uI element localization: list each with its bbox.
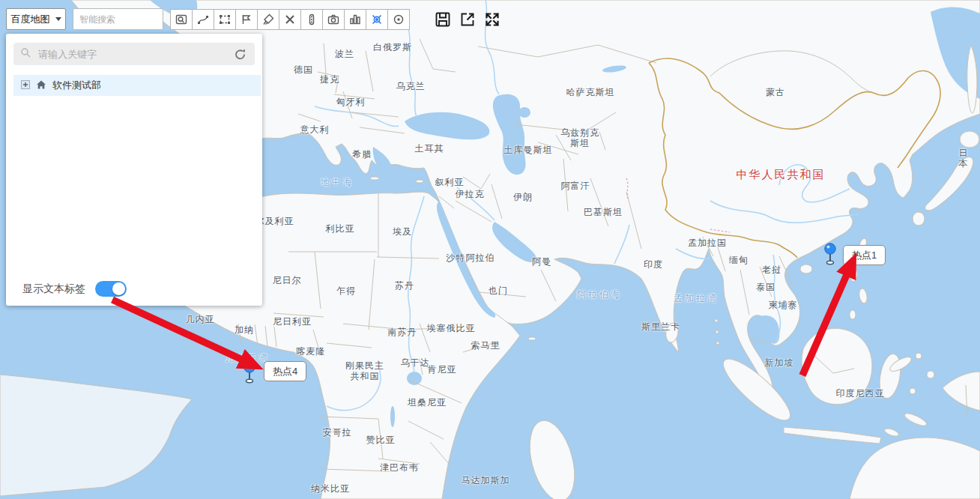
map-application: 德国波兰白俄罗斯捷克乌克兰匈牙利意大利希腊土耳其哈萨克斯坦蒙古乌兹别克 斯坦土库… (0, 0, 980, 499)
pin-label[interactable]: 热点1 (843, 245, 886, 265)
save-button[interactable] (433, 10, 453, 29)
new-guinea (943, 372, 980, 411)
bar-chart-button[interactable] (344, 9, 366, 30)
tree-item-label: 软件测试部 (52, 79, 101, 92)
layer-panel: 软件测试部 显示文本标签 (6, 34, 262, 306)
map-tool-group (171, 9, 410, 30)
text-label-toggle-row: 显示文本标签 (22, 281, 127, 297)
refresh-icon[interactable] (232, 46, 248, 62)
map-pin[interactable] (821, 242, 839, 269)
map-pin[interactable] (241, 360, 258, 387)
philippine-island (850, 310, 856, 319)
timor-island (903, 411, 928, 429)
lake-victoria (407, 372, 422, 385)
draw-line-button[interactable] (192, 9, 214, 30)
keyword-search-input[interactable] (37, 48, 232, 61)
clear-brush-button[interactable] (257, 9, 279, 30)
map-type-dropdown[interactable]: 百度地图 (6, 8, 66, 30)
home-icon (36, 79, 46, 92)
java-island (784, 427, 881, 444)
japan-kyushu (913, 212, 925, 226)
crosshair-button[interactable] (366, 9, 388, 30)
traffic-light-button[interactable] (300, 9, 323, 30)
andaman-island (715, 319, 718, 322)
delete-cross-button[interactable] (279, 9, 301, 30)
crete-island (370, 177, 379, 180)
toggle-knob (112, 282, 125, 295)
action-button-group (433, 10, 502, 29)
pin-label[interactable]: 热点4 (264, 361, 306, 381)
japan-honshu (925, 157, 973, 211)
lesser-sunda (883, 427, 900, 438)
draw-rect-button[interactable] (214, 9, 236, 30)
export-button[interactable] (458, 10, 477, 29)
madagascar (522, 416, 583, 499)
maluku-island (916, 353, 922, 359)
smart-search-input[interactable] (73, 8, 163, 30)
show-text-labels-toggle[interactable] (95, 281, 127, 297)
japan-hokkaido (960, 131, 979, 148)
keyword-search-box (13, 43, 255, 65)
maluku-island (910, 388, 916, 394)
philippine-island (850, 269, 859, 282)
lake-tanganyika (390, 406, 395, 427)
maluku-island (927, 371, 934, 378)
flag-marker-button[interactable] (235, 9, 258, 30)
screenshot-camera-button[interactable] (322, 9, 345, 30)
philippine-island (858, 288, 868, 303)
aral-sea (518, 107, 530, 118)
borneo-island (802, 328, 872, 404)
area-zoom-button[interactable] (170, 9, 193, 30)
andaman-island (716, 330, 719, 333)
locate-target-button[interactable] (387, 9, 410, 30)
australia (850, 438, 980, 499)
map-type-label: 百度地图 (11, 13, 50, 26)
hainan-island (800, 264, 812, 273)
cyprus-island (416, 180, 423, 183)
map-tile-patch (0, 375, 192, 496)
chevron-down-icon (55, 17, 61, 21)
toggle-label: 显示文本标签 (22, 282, 85, 296)
andaman-island (716, 342, 719, 345)
search-icon (20, 47, 31, 61)
socotra-island (528, 337, 536, 340)
fullscreen-button[interactable] (483, 10, 502, 29)
expand-plus-icon[interactable] (21, 80, 30, 91)
tree-item-software-test-dept[interactable]: 软件测试部 (13, 75, 261, 96)
